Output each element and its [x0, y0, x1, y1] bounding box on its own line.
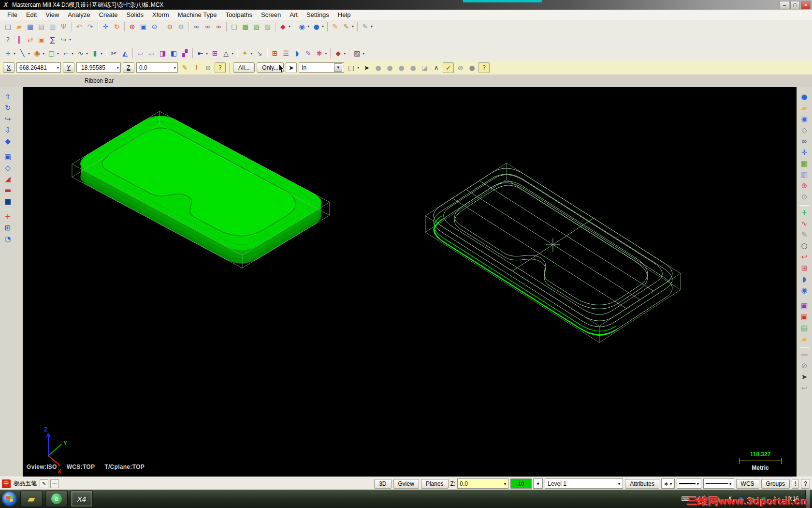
view-pan-icon[interactable]: ✛ [798, 148, 810, 158]
open-file-icon[interactable]: ▰ [14, 22, 24, 31]
create-curve-icon[interactable]: ∿ [798, 219, 810, 229]
close-button[interactable]: × [801, 1, 811, 9]
line-width-selector[interactable]: ▾ [703, 478, 734, 489]
solids-thicken-icon[interactable]: ■ [2, 196, 14, 207]
line-style-selector[interactable]: ▾ [677, 478, 702, 489]
select-filter-2-icon[interactable]: ● [385, 63, 395, 73]
surface-hatch-dropdown-icon[interactable]: ▾ [362, 51, 364, 56]
zoom-out-80-icon[interactable]: ⊖ [165, 22, 175, 31]
dynamic-rotate-icon[interactable]: ↻ [112, 22, 122, 31]
gview-select-icon[interactable]: ◉ [297, 22, 307, 31]
menu-edit[interactable]: Edit [22, 10, 41, 20]
autocursor-help-icon[interactable]: ? [215, 62, 226, 73]
taskbar-mastercam-button[interactable]: X4 [71, 491, 93, 507]
analyze-chain-icon[interactable]: ↪ [58, 35, 69, 45]
copy-entities-icon[interactable]: ▥ [798, 170, 810, 180]
xform-offset-icon[interactable]: ◨ [158, 48, 168, 58]
xform-stretch-icon[interactable]: ⇤ [195, 48, 205, 58]
create-primitives-dropdown-icon[interactable]: ▾ [101, 51, 102, 56]
graphics-viewport[interactable]: Z Y X Gview:ISO WCS:TOP T/Cplane:TOP 118… [23, 87, 797, 477]
menu-art[interactable]: Art [285, 10, 302, 20]
screen-combine-dropdown-icon[interactable]: ▾ [250, 51, 252, 56]
xform-stretch-dropdown-icon[interactable]: ▾ [206, 51, 208, 56]
redo-icon[interactable]: ↷ [85, 22, 95, 31]
ime-language-icon[interactable]: 中 [2, 479, 11, 488]
shading-wireframe-icon[interactable]: ▢ [229, 22, 239, 31]
zoom-plus-icon[interactable]: ⊕ [798, 181, 810, 191]
gview-button[interactable]: Gview [393, 479, 419, 489]
solids-chamfer-icon[interactable]: ◇ [2, 163, 14, 173]
xform-mirror-icon[interactable]: ▞ [180, 48, 190, 58]
undelete-dropdown-icon[interactable]: ▾ [371, 24, 373, 29]
set-attributes-multi-dropdown-icon[interactable]: ▾ [352, 24, 354, 29]
select-filter-3-icon[interactable]: ● [396, 63, 406, 73]
select-none-icon[interactable]: ⊘ [455, 63, 465, 73]
delete-entities-icon[interactable]: ◆ [278, 22, 288, 31]
gview-select-dropdown-icon[interactable]: ▾ [307, 24, 309, 29]
select-validate-icon[interactable]: ✓ [443, 62, 454, 73]
cursor-position-icon[interactable]: ⊕ [203, 63, 213, 73]
point-style-selector[interactable]: ∗▾ [661, 478, 675, 489]
solids-boolean-common-icon[interactable]: ⊞ [2, 223, 14, 233]
solids-extrude-icon[interactable]: ⇧ [2, 92, 14, 102]
analyze-chain-dropdown-icon[interactable]: ▾ [69, 37, 71, 42]
solids-trim-icon[interactable]: ▬ [2, 185, 14, 195]
render-flower-dropdown-icon[interactable]: ▾ [325, 51, 327, 56]
y-coordinate-field[interactable]: -18.95585▾ [76, 62, 121, 73]
level-selector[interactable]: Level 1▾ [545, 478, 623, 489]
create-line-icon[interactable]: ╲ [17, 48, 28, 58]
ime-pen-icon[interactable]: ✎ [40, 479, 48, 488]
shading-translucent-icon[interactable]: ▨ [251, 22, 261, 31]
solids-stamp-icon[interactable]: ◆ [333, 48, 343, 58]
menu-xform[interactable]: Xform [148, 10, 174, 20]
solids-boolean-add-icon[interactable]: + [2, 212, 14, 222]
selection-window-icon[interactable]: ▢ [346, 63, 356, 73]
grid-settings-icon[interactable]: ⊞ [270, 48, 280, 58]
solids-shell-icon[interactable]: ▣ [2, 152, 14, 162]
start-button[interactable] [2, 491, 17, 507]
y-coordinate-button[interactable]: Y [63, 62, 74, 73]
solids-draft-icon[interactable]: ◢ [2, 174, 14, 184]
clear-colors-icon[interactable]: ∞ [214, 22, 224, 31]
xform-scale-dropdown-icon[interactable]: ▾ [232, 51, 233, 56]
solids-sweep-icon[interactable]: ↪ [2, 114, 14, 124]
select-arrow-icon[interactable]: ➤ [362, 63, 372, 73]
menu-help[interactable]: Help [334, 10, 355, 20]
set-attributes-icon[interactable]: ✎ [330, 22, 340, 31]
color-dropdown-button[interactable]: ▼ [533, 478, 543, 489]
ruler-line-icon[interactable]: — [798, 350, 810, 360]
repaint-icon[interactable]: ∞ [203, 22, 213, 31]
undelete-icon[interactable]: ✎ [360, 22, 370, 31]
screen-combine-icon[interactable]: ✦ [240, 48, 250, 58]
taskbar-browser-button[interactable]: e [45, 491, 68, 507]
file-properties-icon[interactable]: ▥ [47, 22, 58, 31]
menu-screen[interactable]: Screen [257, 10, 285, 20]
color-selector[interactable]: 10 [510, 478, 532, 489]
shading-off-icon[interactable]: ▧ [262, 22, 273, 31]
warning-button[interactable]: ! [792, 479, 799, 489]
zoom-out-icon[interactable]: ⊖ [176, 22, 186, 31]
menu-settings[interactable]: Settings [302, 10, 334, 20]
ime-name-label[interactable]: 极品五笔 [14, 479, 37, 488]
restore-button[interactable]: ▢ [790, 1, 800, 9]
screen-grab-icon[interactable]: Ψ [58, 22, 69, 31]
menu-solids[interactable]: Solids [122, 10, 148, 20]
multi-lines-icon[interactable]: ☰ [281, 48, 291, 58]
create-primitives-icon[interactable]: ▮ [90, 48, 100, 58]
globe-2-icon[interactable]: ◉ [798, 285, 810, 296]
create-fillet-dropdown-icon[interactable]: ▾ [72, 51, 73, 56]
solids-loft-icon[interactable]: ⇩ [2, 125, 14, 135]
selection-mode-dropdown[interactable]: In ▼ [299, 62, 344, 73]
select-off-icon[interactable]: ● [467, 63, 477, 73]
z-depth-field[interactable]: 0.0▾ [457, 478, 508, 489]
xform-array-icon[interactable]: ⊞ [210, 48, 220, 58]
select-filter-4-icon[interactable]: ● [408, 63, 418, 73]
minimize-button[interactable]: – [780, 1, 789, 9]
surface-trim-icon[interactable]: ◭ [120, 48, 130, 58]
save-file-icon[interactable]: ▦ [25, 22, 35, 31]
zoom-target-icon[interactable]: ⊕ [127, 22, 137, 31]
pan-icon[interactable]: ✛ [101, 22, 111, 31]
cursor-spark-icon[interactable]: ➤ [798, 372, 810, 382]
shading-shaded-icon[interactable]: ▩ [240, 22, 250, 31]
menu-machine-type[interactable]: Machine Type [174, 10, 221, 20]
